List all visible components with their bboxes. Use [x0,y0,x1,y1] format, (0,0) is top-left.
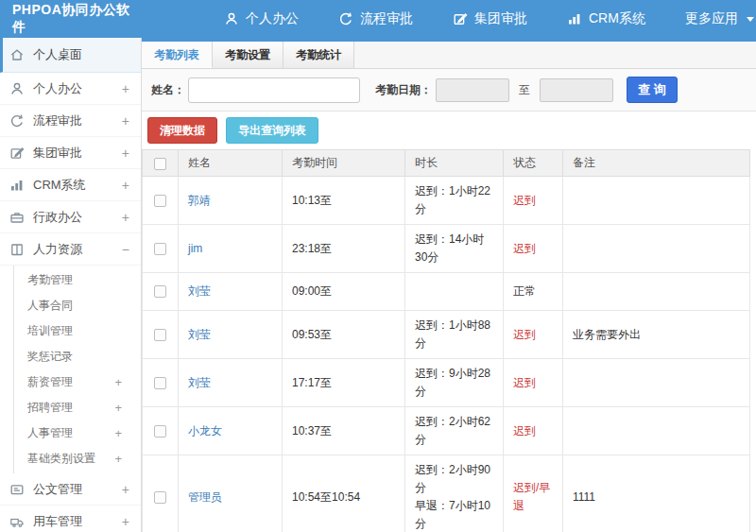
expand-plus-icon[interactable]: + [122,113,129,129]
sidebar-item-label: 个人办公 [33,80,82,97]
table-row: 刘莹 09:53至 迟到：1小时88分 迟到 业务需要外出 [143,311,750,359]
status-badge: 迟到 [504,177,563,225]
sidebar-item-label: 公文管理 [33,481,82,498]
note [563,225,750,273]
select-all-checkbox[interactable] [154,158,166,170]
person-icon [9,81,26,96]
topnav-workflow-approval[interactable]: 流程审批 [318,0,433,38]
sidebar-subitem-label: 奖惩记录 [27,349,73,365]
tab-bar: 考勤列表 考勤设置 考勤统计 [142,42,756,69]
sidebar-item-administrative-office[interactable]: 行政办公 + [0,201,141,233]
clear-data-button[interactable]: 清理数据 [147,117,217,144]
main-content: 考勤列表 考勤设置 考勤统计 姓名： 考勤日期： 至 查 询 清理数据 导出查询… [142,38,756,532]
employee-name-link[interactable]: 刘莹 [188,376,211,389]
sidebar-item-group-approval[interactable]: 集团审批 + [0,137,141,169]
sidebar-subitem-label: 培训管理 [27,323,73,339]
date-from-input[interactable] [436,78,509,102]
header-status: 状态 [504,150,563,177]
row-checkbox[interactable] [154,285,166,298]
employee-name-link[interactable]: 刘莹 [188,328,211,341]
sidebar-subitem-label: 招聘管理 [27,400,73,416]
sidebar-item-document-management[interactable]: 公文管理 + [0,473,141,506]
status-badge: 迟到 [504,359,563,407]
note: 1111 [563,455,750,532]
sidebar-item-crm-system[interactable]: CRM系统 + [0,169,141,201]
sidebar-item-personal-desktop[interactable]: 个人桌面 [0,38,141,73]
row-checkbox[interactable] [154,425,166,438]
collapse-minus-icon[interactable]: − [122,242,129,257]
row-checkbox[interactable] [154,329,166,341]
sidebar-item-personal-office[interactable]: 个人办公 + [0,73,141,105]
sidebar-subitem-salary-management[interactable]: 薪资管理 + [14,369,141,395]
topnav-label: 个人办公 [246,10,299,27]
duration: 迟到：1小时88分 [405,311,504,359]
duration: 迟到：14小时30分 [405,225,504,273]
expand-plus-icon[interactable]: + [122,178,129,193]
search-button[interactable]: 查 询 [627,77,678,103]
sidebar-item-human-resources[interactable]: 人力资源 − [0,233,141,266]
expand-plus-icon[interactable]: + [114,426,122,440]
sidebar-subitem-training-management[interactable]: 培训管理 [14,318,141,344]
tab-attendance-settings[interactable]: 考勤设置 [213,42,284,68]
topnav-label: 集团审批 [474,10,527,27]
row-checkbox[interactable] [154,195,166,207]
employee-name-link[interactable]: 郭靖 [188,194,211,207]
employee-name-link[interactable]: 管理员 [188,490,222,504]
row-checkbox[interactable] [154,377,166,389]
action-bar: 清理数据 导出查询列表 [142,112,756,149]
sidebar-subitem-personnel-management[interactable]: 人事管理 + [14,420,141,446]
topnav-personal-office[interactable]: 个人办公 [204,0,318,38]
status-badge: 迟到/早退 [504,455,563,532]
name-filter-input[interactable] [188,77,360,103]
note [563,359,750,407]
sidebar-subitem-base-category-settings[interactable]: 基础类别设置 + [14,446,141,472]
process-icon [9,113,26,129]
sidebar-subitem-attendance-management[interactable]: 考勤管理 [14,267,141,293]
sidebar-item-vehicle-management[interactable]: 用车管理 + [0,506,141,532]
sidebar-item-workflow-approval[interactable]: 流程审批 + [0,105,141,137]
topnav-group-approval[interactable]: 集团审批 [433,0,547,38]
sidebar-item-label: 用车管理 [33,513,82,530]
sidebar-item-label: 人力资源 [33,241,82,258]
sidebar-subitem-hr-contract[interactable]: 人事合同 [14,293,141,318]
expand-plus-icon[interactable]: + [114,375,122,389]
expand-plus-icon[interactable]: + [122,482,129,497]
expand-plus-icon[interactable]: + [114,401,122,415]
note [563,407,750,455]
tab-attendance-list[interactable]: 考勤列表 [142,42,213,68]
date-to-input[interactable] [540,78,613,102]
row-checkbox[interactable] [154,491,166,504]
expand-plus-icon[interactable]: + [122,146,129,161]
tab-attendance-statistics[interactable]: 考勤统计 [284,42,354,68]
table-row: 小龙女 10:37至 迟到：2小时62分 迟到 [143,407,750,455]
topnav-more-apps[interactable]: 更多应用 [665,0,756,38]
sidebar-subitem-reward-punishment[interactable]: 奖惩记录 [14,344,141,369]
expand-plus-icon[interactable]: + [122,81,129,96]
employee-name-link[interactable]: 刘莹 [188,284,211,298]
sidebar-subitem-recruitment-management[interactable]: 招聘管理 + [14,395,141,420]
status-badge: 迟到 [504,311,563,359]
export-list-button[interactable]: 导出查询列表 [226,117,318,144]
header-time: 考勤时间 [283,150,405,177]
status-badge: 迟到 [504,225,563,273]
expand-plus-icon[interactable]: + [122,514,129,529]
name-filter-label: 姓名： [151,82,185,98]
expand-plus-icon[interactable]: + [114,452,122,466]
hr-submenu: 考勤管理 人事合同 培训管理 奖惩记录 薪资管理 + 招聘管理 + 人事管理 +… [13,266,141,473]
topnav-label: 流程审批 [360,10,413,27]
topnav-label: 更多应用 [685,10,738,27]
status-badge: 正常 [504,273,563,311]
topnav-crm-system[interactable]: CRM系统 [547,0,665,38]
attendance-time: 10:37至 [283,407,405,455]
edit-icon [453,11,468,26]
attendance-time: 17:17至 [283,359,405,407]
employee-name-link[interactable]: 小龙女 [188,424,222,438]
person-icon [224,11,239,26]
employee-name-link[interactable]: jim [188,242,202,255]
attendance-time: 10:54至10:54 [283,455,405,532]
expand-plus-icon[interactable]: + [122,210,129,225]
note [563,177,750,225]
duration: 迟到：2小时90分 早退：7小时10分 [405,455,504,532]
row-checkbox[interactable] [154,243,166,255]
attendance-table: 姓名 考勤时间 时长 状态 备注 郭靖 10:13至 迟到：1小时22分 迟到 … [142,149,750,532]
